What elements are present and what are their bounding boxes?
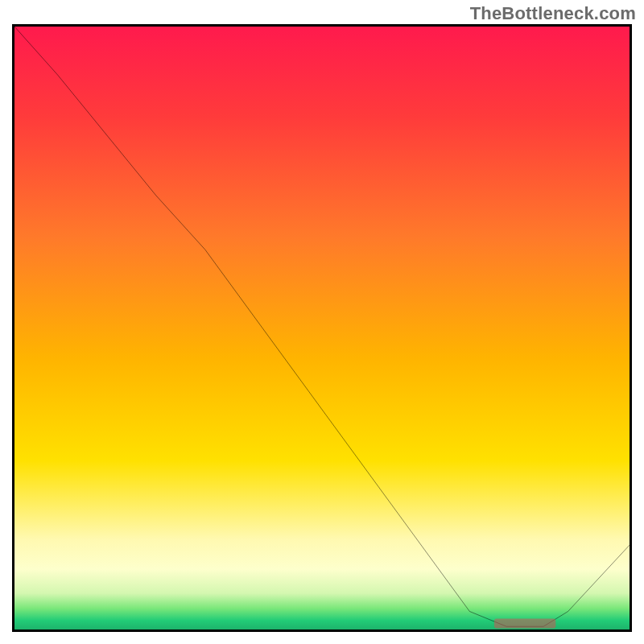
plot-area <box>12 24 632 632</box>
chart-stage: TheBottleneck.com <box>0 0 644 644</box>
gradient-background <box>14 27 630 630</box>
best-zone-marker <box>494 619 555 629</box>
bottleneck-chart <box>14 27 630 630</box>
site-watermark: TheBottleneck.com <box>470 3 636 24</box>
